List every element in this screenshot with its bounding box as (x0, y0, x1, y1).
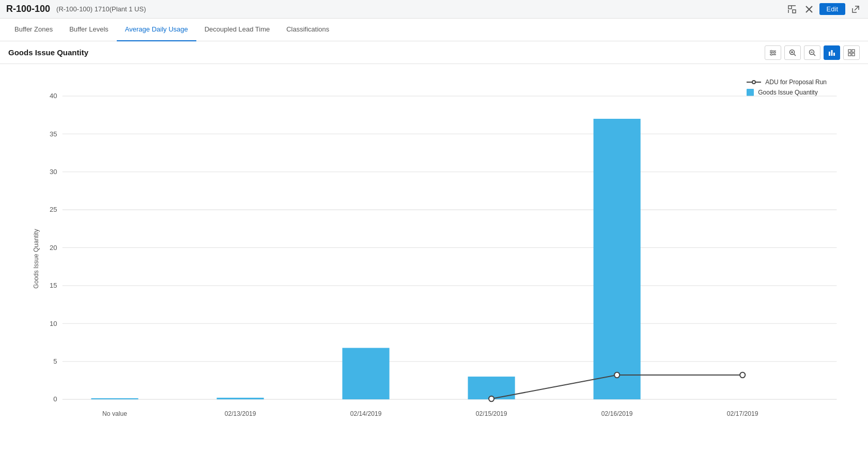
svg-rect-21 (831, 50, 833, 56)
title-bar-left: R-100-100 (R-100-100) 1710(Plant 1 US) (6, 4, 146, 14)
svg-rect-0 (788, 6, 792, 9)
svg-rect-1 (793, 10, 796, 13)
tab-buffer-levels[interactable]: Buffer Levels (61, 19, 117, 41)
svg-rect-23 (848, 50, 851, 52)
chart-area: Goods Issue Quantity ADU for Proposal Ru… (0, 64, 868, 453)
y-tick-15: 15 (50, 282, 57, 289)
y-tick-40: 40 (50, 92, 57, 100)
y-tick-5: 5 (53, 357, 57, 365)
collapse-icon-button[interactable] (785, 4, 799, 14)
chart-svg: 40 35 30 25 20 15 10 5 0 No value 02/13/… (31, 74, 858, 443)
grid-icon-button[interactable] (843, 45, 860, 60)
bar-chart-icon (828, 49, 835, 56)
y-tick-30: 30 (50, 168, 57, 176)
adu-dot-0216 (614, 372, 619, 378)
settings-icon (769, 49, 777, 56)
tab-buffer-zones[interactable]: Buffer Zones (6, 19, 61, 41)
tab-bar: Buffer ZonesBuffer LevelsAverage Daily U… (0, 19, 868, 41)
close-icon (805, 6, 813, 13)
adu-dot-0217 (740, 372, 745, 378)
section-header: Goods Issue Quantity (0, 41, 868, 64)
close-icon-button[interactable] (803, 5, 815, 14)
collapse-icon (788, 5, 796, 13)
bar-novalue (91, 398, 138, 399)
zoom-in-icon (789, 49, 796, 56)
zoom-out-icon (809, 49, 816, 56)
x-label-0213: 02/13/2019 (225, 410, 256, 417)
y-tick-25: 25 (50, 206, 57, 213)
tab-average-daily-usage[interactable]: Average Daily Usage (117, 19, 196, 41)
edit-button[interactable]: Edit (819, 3, 845, 15)
title-bar: R-100-100 (R-100-100) 1710(Plant 1 US) E… (0, 0, 868, 19)
grid-icon (848, 49, 855, 56)
bar-0216 (594, 119, 641, 399)
svg-rect-22 (833, 53, 835, 56)
sub-title: (R-100-100) 1710(Plant 1 US) (56, 5, 146, 13)
section-title: Goods Issue Quantity (8, 48, 88, 57)
title-bar-right: Edit (785, 3, 862, 15)
x-label-0216: 02/16/2019 (601, 410, 633, 417)
tab-classifications[interactable]: Classifications (278, 19, 337, 41)
svg-line-18 (814, 54, 816, 56)
svg-line-14 (794, 54, 796, 56)
svg-rect-20 (829, 52, 830, 56)
main-title: R-100-100 (6, 4, 50, 14)
svg-point-12 (771, 54, 772, 55)
y-tick-35: 35 (50, 130, 57, 137)
bar-0213 (216, 398, 264, 399)
x-label-0215: 02/15/2019 (476, 410, 507, 417)
adu-dot-0215 (489, 396, 494, 401)
y-tick-20: 20 (50, 244, 57, 252)
zoom-in-icon-button[interactable] (784, 45, 801, 60)
svg-point-11 (774, 52, 776, 53)
tab-decoupled-lead-time[interactable]: Decoupled Lead Time (196, 19, 278, 41)
chart-svg-container: 40 35 30 25 20 15 10 5 0 No value 02/13/… (31, 74, 858, 443)
y-tick-10: 10 (50, 319, 57, 327)
bar-chart-icon-button[interactable] (824, 45, 840, 60)
svg-rect-26 (852, 53, 855, 56)
svg-point-10 (771, 50, 772, 52)
bar-0214 (343, 348, 390, 400)
x-label-0214: 02/14/2019 (350, 410, 382, 417)
svg-rect-25 (848, 53, 851, 56)
y-tick-0: 0 (53, 395, 57, 403)
x-label-0217: 02/17/2019 (727, 410, 758, 417)
svg-rect-24 (852, 50, 855, 52)
x-label-novalue: No value (102, 410, 127, 417)
external-link-icon (852, 6, 859, 13)
settings-icon-button[interactable] (765, 45, 781, 60)
external-link-icon-button[interactable] (849, 5, 862, 14)
zoom-out-icon-button[interactable] (804, 45, 820, 60)
toolbar-icons (765, 45, 860, 60)
svg-line-6 (855, 6, 859, 10)
